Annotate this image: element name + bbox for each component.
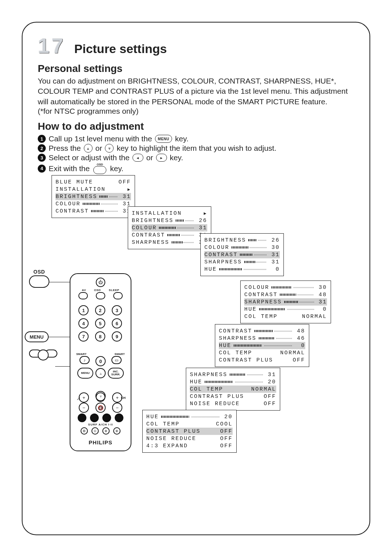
menu-button: MENU <box>77 368 93 379</box>
step-3-text-c: key. <box>170 153 183 162</box>
num-2: 2 <box>95 305 105 315</box>
tiny-3: ⊗ <box>102 427 110 435</box>
smart-labels: SMART SMART <box>70 352 131 356</box>
sleep-button <box>113 292 123 299</box>
av-label: AV <box>82 288 86 292</box>
step-3-text-b: or <box>146 153 153 162</box>
m1r0v: OFF <box>118 179 131 185</box>
cursor-up-button: ▵ <box>95 368 106 378</box>
color-key-1 <box>78 413 86 422</box>
cursor-right-icon: ▸ <box>156 154 167 162</box>
m5r2v: 0 <box>294 343 305 349</box>
mid-row: ♪ 0 ▭ <box>79 356 122 366</box>
color-key-4 <box>115 413 123 422</box>
step-3-text-a: Select or adjust with the <box>49 153 130 162</box>
smart-picture-button: ▭ <box>111 356 122 364</box>
step-2-text-c: key to highlight the item that you wish … <box>117 144 276 153</box>
m5r3v: NORMAL <box>280 350 305 356</box>
title-row: 17 Picture settings <box>38 33 354 58</box>
tiny-2: ⊙ <box>91 427 99 435</box>
m3r4v: 0 <box>269 266 280 273</box>
color-key-2 <box>90 413 99 422</box>
m4r0v: 30 <box>316 284 327 291</box>
color-key-3 <box>102 413 111 422</box>
page-frame: 17 Picture settings Personal settings Yo… <box>22 22 370 535</box>
bullet-2: 2 <box>38 144 46 152</box>
cursor-up-icon: ▵ <box>84 144 93 153</box>
menu-callout-key: MENU <box>25 331 49 342</box>
m5r2l: HUE <box>219 343 232 349</box>
m3r1l: COLOUR <box>204 245 229 251</box>
osd-key-icon <box>93 166 106 174</box>
m7r2v: OFF <box>220 428 233 435</box>
m7r4v: OFF <box>220 443 233 449</box>
smart-sound-button: ♪ <box>79 356 90 364</box>
osd-button <box>96 292 105 299</box>
m3r0l: BRIGHTNESS <box>204 237 246 243</box>
num-1: 1 <box>78 305 89 315</box>
m6r3v: OFF <box>264 393 276 400</box>
cursor-callout <box>29 350 57 382</box>
section-heading-howto: How to do adjustment <box>38 121 354 132</box>
mute-button: 🔇 <box>95 403 106 413</box>
m4r0l: COLOUR <box>244 284 269 291</box>
m6r1v: 20 <box>265 379 276 385</box>
m5r4v: OFF <box>293 357 305 363</box>
num-4: 4 <box>78 318 89 328</box>
m4r4l: COL TEMP <box>244 314 278 320</box>
sleep-label: SLEEP <box>109 288 119 292</box>
m5r4l: CONTRAST PLUS <box>219 357 273 363</box>
m6r2l: COL TEMP <box>190 386 223 392</box>
m7r0l: HUE <box>146 414 159 420</box>
m7r1l: COL TEMP <box>146 421 180 427</box>
osd-label: OSD <box>94 288 101 292</box>
vol-down-button: + <box>79 392 89 403</box>
osd-callout-key <box>29 275 49 288</box>
m6r3l: CONTRAST PLUS <box>190 393 244 400</box>
m2r2l: COLOUR <box>132 225 157 231</box>
m2r0l: INSTALLATION <box>132 210 182 217</box>
osd-key-label: OSD <box>97 163 103 166</box>
num-9: 9 <box>112 331 122 342</box>
m3r3v: 31 <box>269 259 280 265</box>
osd-menu-1: BLUE MUTEOFF INSTALLATION BRIGHTNESS31 C… <box>52 175 135 218</box>
step-3: 3 Select or adjust with the ◂ or ▸ key. <box>38 153 354 162</box>
m7r4l: 4:3 EXPAND <box>146 443 188 449</box>
power-icon: ⏻ <box>96 278 105 287</box>
menu-key-icon: MENU <box>155 135 172 143</box>
osd-menu-6: SHARPNESS31 HUE20 COL TEMPNORMAL CONTRAS… <box>186 368 280 411</box>
m3r4l: HUE <box>204 266 217 273</box>
m6r4l: NOISE REDUCE <box>190 401 240 407</box>
m4r3v: 0 <box>316 306 327 312</box>
m1r1l: INSTALLATION <box>56 186 106 193</box>
osd-menu-5: CONTRAST48 SHARPNESS46 HUE0 COL TEMPNORM… <box>215 324 309 367</box>
step-4: 4 Exit with the OSD key. <box>38 163 354 174</box>
m7r3v: OFF <box>220 436 233 442</box>
steps-list: 1 Call up 1st level menu with the MENU k… <box>38 134 354 174</box>
m4r1l: CONTRAST <box>244 292 278 298</box>
cursor-pad: + + ▿ − 🔇 − <box>79 383 122 411</box>
m3r1v: 30 <box>269 245 280 251</box>
top-row <box>78 292 123 299</box>
m1r3v: 31 <box>120 201 131 207</box>
m7r3l: NOISE REDUCE <box>146 436 196 442</box>
num-5: 5 <box>95 318 105 328</box>
m2r2v: 31 <box>196 225 207 231</box>
remote-control: ⏻ AV OSD SLEEP 1 2 3 4 5 6 7 8 9 SMART S… <box>70 273 131 451</box>
section-body-personal: You can do adjustment on BRIGHTNESS, COL… <box>38 76 354 107</box>
bullet-4: 4 <box>38 165 46 173</box>
step-2-text-b: or <box>95 144 102 153</box>
brand-label: PHILIPS <box>70 439 131 445</box>
m7r0v: 20 <box>222 414 233 420</box>
number-pad: 1 2 3 4 5 6 7 8 9 <box>78 305 123 342</box>
m4r3l: HUE <box>244 306 257 312</box>
step-4-text-a: Exit with the <box>49 164 90 173</box>
smart-right: SMART <box>115 352 125 356</box>
osd-menu-4: COLOUR30 CONTRAST48 SHARPNESS31 HUE0 COL… <box>240 280 331 323</box>
m1r0l: BLUE MUTE <box>56 179 93 185</box>
m1r2v: 31 <box>120 194 131 200</box>
m2r1v: 26 <box>196 218 207 224</box>
m5r0l: CONTRAST <box>219 328 252 334</box>
m6r0v: 31 <box>265 372 276 378</box>
m5r1v: 46 <box>294 335 305 342</box>
